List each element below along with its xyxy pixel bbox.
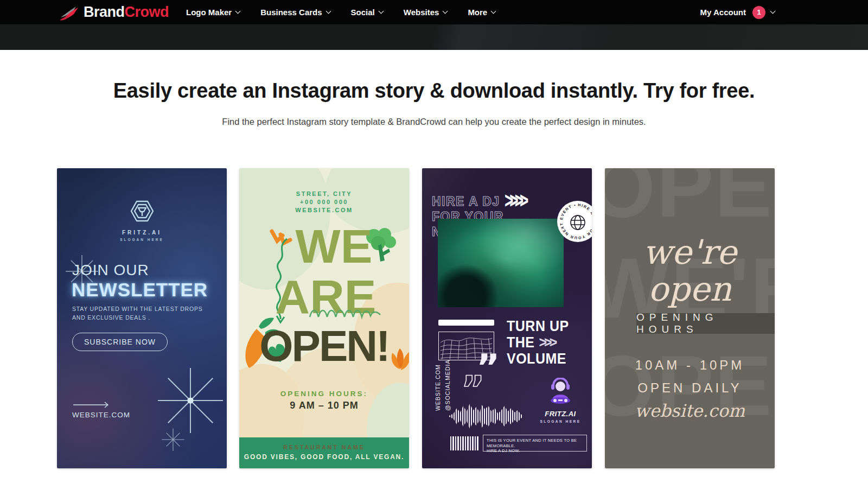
main-nav-links: Logo Maker Business Cards Social Website… xyxy=(186,8,516,17)
brandcrowd-logo[interactable]: BrandCrowd xyxy=(58,3,169,22)
tulip-icon xyxy=(389,347,409,373)
hexagon-logo-icon xyxy=(129,198,156,224)
dj-brand-slogan: SLOGAN HERE xyxy=(531,420,590,423)
vegan-contact-block: STREET, CITY +00 000 000 WEBSITE.COM xyxy=(239,190,409,214)
nav-item-label: Logo Maker xyxy=(186,8,232,17)
vegan-phone: +00 000 000 xyxy=(239,198,409,206)
nav-item-logo-maker[interactable]: Logo Maker xyxy=(186,8,240,17)
my-account-menu[interactable]: My Account 1 xyxy=(700,6,775,19)
hours-value: 10AM - 10PM xyxy=(605,358,775,373)
nav-item-label: Social xyxy=(351,8,375,17)
chevron-down-icon xyxy=(770,9,776,14)
dj-turntable-photo xyxy=(438,219,564,307)
newsletter-heading-line1: JOIN OUR xyxy=(72,262,149,279)
chevron-down-icon xyxy=(491,9,496,14)
brandcrowd-page: BrandCrowd Logo Maker Business Cards Soc… xyxy=(0,0,868,483)
dj-volume-line1: TURN UP xyxy=(507,317,569,335)
dj-note-line2: HIRE A DJ NOW. xyxy=(487,448,583,454)
newsletter-body-text: STAY UPDATED WITH THE LATEST DROPS AND E… xyxy=(72,304,203,322)
template-brand-slogan: SLOGAN HERE xyxy=(57,238,227,242)
vegan-footer-bar: RESTAURANT NAME GOOD VIBES, GOOD FOOD, A… xyxy=(239,437,409,468)
barcode-icon xyxy=(450,436,480,450)
dj-vertical-website: WEBSITE.COM xyxy=(435,359,441,411)
fritz-logo-block: FRITZ.AI SLOGAN HERE xyxy=(57,198,227,242)
vegan-restaurant-name: RESTAURANT NAME xyxy=(239,444,409,450)
sparkle-icon xyxy=(158,368,223,433)
nav-item-label: More xyxy=(468,8,487,17)
hours-website: website.com xyxy=(605,401,775,421)
triple-chevron-icon: >>> xyxy=(539,334,555,351)
template-brand-name: FRITZ.AI xyxy=(57,230,227,236)
template-card-newsletter[interactable]: FRITZ.AI SLOGAN HERE JOIN OUR NEWSLETTER… xyxy=(57,168,227,468)
brandcrowd-bird-icon xyxy=(58,3,80,22)
vegan-hours-value: 9 AM – 10 PM xyxy=(239,400,409,411)
script-were: we're xyxy=(605,232,775,272)
white-bar-accent xyxy=(438,320,494,326)
nav-item-websites[interactable]: Websites xyxy=(404,8,448,17)
waveform-icon xyxy=(449,403,522,430)
subscribe-now-pill: SUBSCRIBE NOW xyxy=(72,333,168,351)
nav-item-label: Websites xyxy=(404,8,439,17)
chevron-down-icon xyxy=(326,9,331,14)
newsletter-heading-line2: NEWSLETTER xyxy=(72,279,208,301)
chevron-down-icon xyxy=(443,9,448,14)
nav-item-social[interactable]: Social xyxy=(351,8,383,17)
dj-mascot-emblem: FRITZ.AI SLOGAN HERE xyxy=(531,378,590,423)
hero-banner-strip xyxy=(0,24,868,50)
vegan-word-open: OPEN! xyxy=(239,325,409,368)
opening-hours-label: OPENING HOURS xyxy=(636,312,775,335)
opening-hours-bar: OPENING HOURS xyxy=(636,313,775,334)
nav-item-more[interactable]: More xyxy=(468,8,495,17)
dj-note-box: THIS IS YOUR EVENT AND IT NEEDS TO BE ME… xyxy=(483,435,587,452)
chevron-down-icon xyxy=(378,9,384,14)
watermark-text: OPEN xyxy=(605,168,775,225)
template-card-opening-hours[interactable]: OPEN WE'RE OPEN we're open OPENING HOURS… xyxy=(605,168,775,468)
template-gallery: FRITZ.AI SLOGAN HERE JOIN OUR NEWSLETTER… xyxy=(0,168,868,468)
top-nav: BrandCrowd Logo Maker Business Cards Soc… xyxy=(0,0,868,24)
vegan-word-we: WE xyxy=(239,223,409,270)
newsletter-body-line1: STAY UPDATED WITH THE LATEST DROPS xyxy=(72,304,203,313)
template-card-vegan-open[interactable]: STREET, CITY +00 000 000 WEBSITE.COM WE xyxy=(239,168,409,468)
vegan-footer-tagline: GOOD VIBES, GOOD FOOD, ALL VEGAN. xyxy=(239,453,409,461)
dj-volume-line3: VOLUME xyxy=(507,350,566,367)
dj-note-line1: THIS IS YOUR EVENT AND IT NEEDS TO BE ME… xyxy=(487,438,583,448)
page-title: Easily create an Instagram story & downl… xyxy=(0,79,868,103)
dj-volume-the: THE xyxy=(507,334,535,351)
vegan-address: STREET, CITY xyxy=(239,190,409,198)
right-arrow-icon xyxy=(73,402,110,408)
account-count-badge: 1 xyxy=(752,6,765,19)
vegan-website: WEBSITE.COM xyxy=(239,206,409,214)
coil-squiggle-icon xyxy=(308,305,384,321)
vegan-hours-label: OPENING HOURS: xyxy=(239,390,409,398)
nav-item-business-cards[interactable]: Business Cards xyxy=(260,8,330,17)
brand-word-primary: Brand xyxy=(84,4,125,20)
dj-mascot-icon xyxy=(548,378,573,406)
page-subtitle: Find the perfect Instagram story templat… xyxy=(0,117,868,127)
chevron-down-icon xyxy=(235,9,241,14)
template-card-hire-dj[interactable]: HIRE A DJ FOR YOUR NEXT EVENT >>>> HIRE … xyxy=(422,168,592,468)
sparkle-icon xyxy=(161,428,185,452)
brand-word-secondary: Crowd xyxy=(125,4,169,20)
newsletter-website: WEBSITE.COM xyxy=(72,411,130,419)
quote-mark-outline-icon: ” xyxy=(461,379,484,401)
dj-brand-name: FRITZ.AI xyxy=(531,410,590,418)
dj-volume-line2: THE>>> xyxy=(507,334,554,351)
newsletter-body-line2: AND EXCLUSIVE DEALS . xyxy=(72,313,203,322)
script-open: open xyxy=(605,269,775,309)
my-account-label: My Account xyxy=(700,8,746,17)
brandcrowd-wordmark: BrandCrowd xyxy=(84,4,169,21)
triple-chevron-icon: >>>> xyxy=(505,188,525,213)
nav-item-label: Business Cards xyxy=(260,8,322,17)
circular-event-badge: HIRE A DJ FOR YOUR NEXT EVENT • xyxy=(556,200,592,243)
open-daily-label: OPEN DAILY xyxy=(605,380,775,396)
